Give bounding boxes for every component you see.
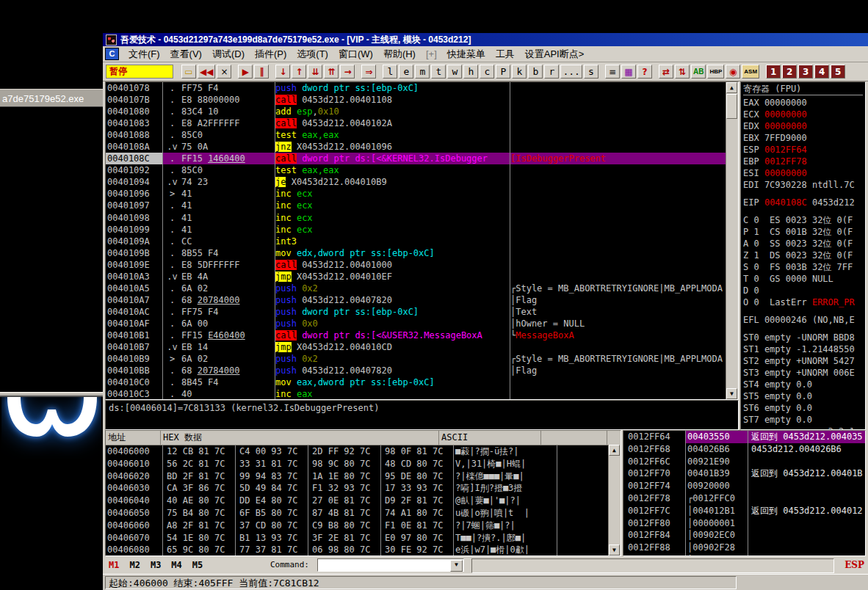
m2-button[interactable]: M2 [129,560,140,570]
step-into-button[interactable]: ↓ [275,65,290,79]
register-line[interactable]: P 1 CS 001B 32位 0(F [743,226,863,238]
cpu-button[interactable]: c [480,65,494,79]
hbp-button[interactable]: HBP [707,65,724,79]
disasm-row[interactable]: 00401097.41inc ecx [106,200,738,211]
log-button[interactable]: l [383,65,397,79]
chevron-down-icon[interactable]: ▼ [450,560,463,572]
register-line[interactable]: ST6 empty 0.0 [743,402,863,414]
stack-row[interactable]: 0012FF7400920000 [623,480,865,492]
register-line[interactable] [743,208,863,214]
help-button[interactable]: ? [637,65,652,79]
dump-row[interactable]: 0040604040 AE 80 7CDD E4 80 7C27 0E 81 7… [106,495,621,507]
command-input[interactable]: ▼ [317,558,464,572]
disasm-row[interactable]: 004010B9>6A 02push 0x2┌Style = MB_ABORTR… [106,353,738,365]
disasm-row[interactable]: 004010BB.68 20784000push 0453d212.004078… [106,365,738,376]
dump-row[interactable]: 00406020BD 2F 81 7C99 94 83 7C1A 1E 80 7… [106,470,621,483]
register-line[interactable]: ST0 empty -UNORM BBD8 [743,332,863,343]
stack-row[interactable]: 0012FF7C│004012B1返回到 0453d212.004012 [623,505,865,517]
menu-item[interactable]: 设置API断点> [520,48,590,61]
windows-list-button[interactable]: w [447,65,462,79]
menu-item[interactable]: 插件(P) [250,48,292,61]
register-line[interactable]: ST7 empty 0.0 [743,414,863,426]
target-button[interactable]: ◉ [726,65,740,79]
dump-row[interactable]: 0040608065 9C 80 7C77 37 81 7C06 98 80 7… [106,544,621,556]
register-line[interactable]: EDI 7C930228 ntdll.7C [743,179,863,191]
register-line[interactable]: EAX 00000000 [743,97,863,109]
dump-row[interactable]: 0040600012 CB 81 7CC4 00 93 7C2D FF 92 7… [106,445,621,458]
m1-button[interactable]: M1 [109,560,119,570]
menu-item[interactable]: 文件(F) [123,48,165,61]
disasm-row[interactable]: 004010C0.8B45 F4mov eax,dword ptr ss:[eb… [106,376,738,388]
breakpoints-button[interactable]: b [528,65,543,79]
stack-pane[interactable]: 0012FF6400403550返回到 0453d212.0040350012F… [623,430,866,556]
menu-item[interactable]: 帮助(H) [378,48,421,61]
options-list-button[interactable]: ≡ [605,65,620,79]
disasm-row[interactable]: 00401078.FF75 F4push dword ptr ss:[ebp-0… [106,82,738,94]
disasm-row[interactable]: 00401099.41inc ecx [106,224,738,236]
disasm-row[interactable]: 00401094.v74 23je X0453d212.004010B9 [106,176,738,188]
disasm-row[interactable]: 004010A3.vEB 4Ajmp X0453d212.004010EF [106,271,738,283]
register-line[interactable]: ST5 empty 0.0 [743,390,863,402]
disasm-row[interactable]: 004010AF.6A 00push 0x0│hOwner = NULL [106,318,738,329]
disasm-row[interactable]: 00401092.85C0test eax,eax [106,164,738,176]
disasm-row[interactable]: 0040108C.FF15 1460400call dword ptr ds:[… [106,153,738,164]
dump-scrollbar[interactable]: ▲ ▼ [608,445,621,556]
disasm-row[interactable]: 00401088.85C0test eax,eax [106,129,738,141]
dump-row[interactable]: 0040605075 B4 80 7C6F B5 80 7C87 4B 81 7… [106,507,621,520]
register-line[interactable]: EDX 00000000 [743,120,863,132]
call-stack-button[interactable]: k [512,65,527,79]
title-bar[interactable]: 吾爱技术 - 0453d21297a743e199d8a7de75179e52.… [103,33,868,46]
register-line[interactable]: S 0 FS 003B 32位 7FF [743,261,863,273]
menu-item[interactable]: 窗口(W) [333,48,378,61]
close-button[interactable]: × [217,65,231,79]
disasm-row[interactable]: 004010C3.40inc eax [106,388,738,400]
stack-row[interactable]: 0012FF84│00902EC0 [623,529,865,542]
menu-item[interactable]: 调试(D) [207,48,250,61]
threads-button[interactable]: t [431,65,446,79]
stack-row[interactable]: 0012FF88│00902F28 [623,542,865,554]
source-button[interactable]: s [584,65,598,79]
register-line[interactable]: EIP 0040108C 0453d212 [743,197,863,208]
disasm-row[interactable]: 004010B7.vEB 14jmp X0453d212.004010CD [106,341,738,353]
disasm-row[interactable]: 0040109E.E8 5DFFFFFFcall 0453d212.004010… [106,259,738,271]
disasm-row[interactable]: 0040109A.CCint3 [106,236,738,247]
register-line[interactable]: ECX 00000000 [743,109,863,120]
mdi-system-icon[interactable]: C [105,48,119,60]
info-pane[interactable]: ds:[00406014]=7C813133 (kernel32.IsDebug… [105,400,739,430]
register-line[interactable]: D 0 [743,285,863,296]
register-line[interactable]: ESI 00000000 [743,167,863,179]
disasm-row[interactable]: 00401098.41inc ecx [106,212,738,224]
disasm-row[interactable]: 004010AC.FF75 F4push dword ptr ss:[ebp-0… [106,306,738,318]
jump-pair-1-button[interactable]: ⇄ [659,65,673,79]
disasm-scrollbar[interactable]: ▲ ▼ [726,82,738,399]
dump-row[interactable]: 00406060A8 2F 81 7C37 CD 80 7CC9 B8 80 7… [106,520,621,532]
register-line[interactable]: ST4 empty 0.0 [743,379,863,390]
step-over-button[interactable]: ↑ [292,65,306,79]
stack-row[interactable]: 0012FF7000401B39返回到 0453d212.00401B [623,467,865,480]
hex-dump-pane[interactable]: 地址HEX 数据ASCII 0040600012 CB 81 7CC4 00 9… [105,430,621,556]
m3-button[interactable]: M3 [151,560,161,570]
menu-item[interactable]: [+] [421,48,442,59]
register-line[interactable]: ESP 0012FF64 [743,144,863,156]
menu-item[interactable]: 工具 [491,48,520,61]
stack-row[interactable]: 0012FF68004026B60453d212.004026B6 [623,443,865,456]
registers-pane[interactable]: 寄存器 (FPU) EAX 00000000ECX 00000000EDX 00… [740,81,866,430]
register-line[interactable]: EBP 0012FF78 [743,156,863,167]
disasm-row[interactable]: 0040107B.E8 88000000call 0453d212.004011… [106,94,738,106]
disasm-row[interactable]: 00401080.83C4 10add esp,0x10 [106,106,738,117]
register-line[interactable]: EBX 7FFD9000 [743,132,863,144]
disasm-row[interactable]: 0040108A.v75 0Ajnz X0453d212.00401096 [106,141,738,153]
scroll-thumb[interactable] [726,94,737,119]
disasm-row[interactable]: 004010A5.6A 02push 0x2┌Style = MB_ABORTR… [106,283,738,294]
till-user-button[interactable]: ⇒ [361,65,376,79]
references-button[interactable]: r [544,65,559,79]
trace-into-button[interactable]: ⇊ [308,65,322,79]
patches-button[interactable]: P [496,65,510,79]
register-line[interactable] [743,191,863,197]
register-line[interactable]: T 0 GS 0000 NULL [743,273,863,285]
run-trace-button[interactable]: ... [560,65,582,79]
handles-button[interactable]: h [463,65,478,79]
scroll-down-icon[interactable]: ▼ [609,545,620,556]
disasm-row[interactable]: 00401096>41inc ecx [106,188,738,200]
stack-row[interactable]: 0012FF6400403550返回到 0453d212.004035 [623,431,865,443]
